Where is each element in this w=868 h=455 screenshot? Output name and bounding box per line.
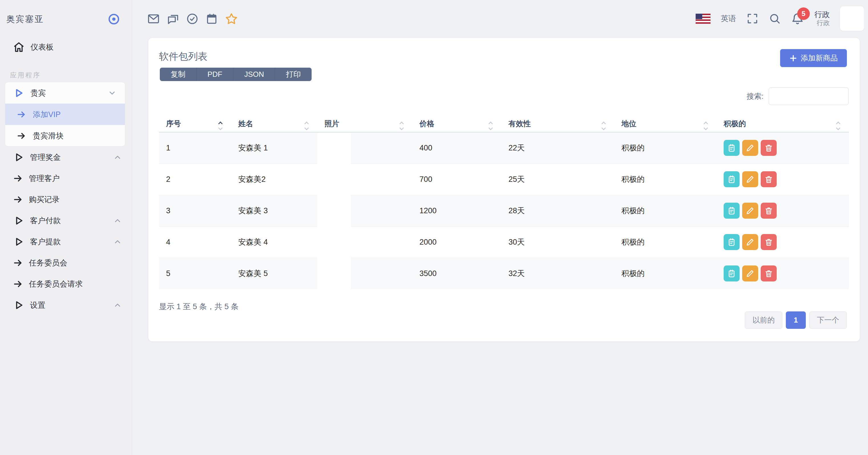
arrow-right-icon [13,258,23,268]
user-info[interactable]: 行政 行政 [814,10,830,27]
mail-icon[interactable] [147,12,160,25]
sidebar-item-label: 管理奖金 [30,152,61,162]
sidebar-menu: 管理奖金 管理客户 购买记录 客户付款 [0,147,132,316]
table-info-text: 显示 1 至 5 条，共 5 条 [159,301,239,312]
cell-name: 安森美 1 [231,132,317,163]
cell-status: 积极的 [614,163,716,195]
add-new-product-button[interactable]: 添加新商品 [780,49,847,67]
column-header-name[interactable]: 姓名 [231,115,317,132]
package-list-card: 软件包列表 复制 PDF JSON 打印 添加新商品 搜索: 序号 姓名 [148,38,860,341]
sidebar-item-label: 任务委员会 [29,258,67,268]
star-icon[interactable] [225,12,238,25]
cell-validity: 22天 [501,132,614,163]
delete-button[interactable] [761,203,777,219]
column-header-photo[interactable]: 照片 [317,115,412,132]
cell-status: 积极的 [614,195,716,226]
delete-button[interactable] [761,266,777,281]
sort-asc-icon [400,122,404,126]
sidebar-item-manage-customers[interactable]: 管理客户 [0,168,132,189]
sidebar-item-customer-payments[interactable]: 客户付款 [0,210,132,231]
arrow-right-icon [13,173,23,184]
sidebar-item-label: 管理客户 [29,173,60,184]
sidebar-item-label: 贵宾滑块 [33,131,64,141]
sidebar-item-manage-bonus[interactable]: 管理奖金 [0,147,132,168]
play-triangle-icon [13,87,24,99]
view-button[interactable] [724,203,740,219]
edit-button[interactable] [742,140,758,156]
chevron-up-icon [113,216,122,225]
edit-button[interactable] [742,171,758,187]
chevron-up-icon [113,301,122,309]
arrow-right-icon [13,279,23,289]
arrow-right-icon [17,110,26,119]
previous-page-button[interactable]: 以前的 [745,311,782,329]
sort-asc-icon [836,122,841,126]
cell-name: 安森美 3 [231,195,317,226]
add-button-label: 添加新商品 [801,53,838,63]
search-icon[interactable] [769,12,781,25]
view-button[interactable] [724,266,740,281]
table-row: 2 安森美2 700 25天 积极的 [159,163,849,195]
sort-asc-icon [704,122,708,126]
column-header-serial[interactable]: 序号 [159,115,231,132]
notifications-bell-icon[interactable]: 5 [791,12,804,25]
column-header-status[interactable]: 地位 [614,115,716,132]
cell-price: 700 [412,163,501,195]
view-button[interactable] [724,234,740,250]
sort-asc-icon [489,122,493,126]
print-button[interactable]: 打印 [275,68,312,81]
sidebar-item-settings[interactable]: 设置 [0,295,132,316]
delete-button[interactable] [761,234,777,250]
us-flag-icon[interactable] [696,14,711,24]
copy-button[interactable]: 复制 [160,68,196,81]
cell-price: 1200 [412,195,501,226]
sidebar-item-label: 仪表板 [31,42,54,52]
delete-button[interactable] [761,140,777,156]
sidebar-item-dashboard[interactable]: 仪表板 [0,36,132,58]
column-header-price[interactable]: 价格 [412,115,501,132]
current-page-button[interactable]: 1 [786,311,806,329]
cell-validity: 30天 [501,226,614,258]
check-circle-icon[interactable] [186,12,198,25]
sidebar-item-purchase-history[interactable]: 购买记录 [0,189,132,210]
sidebar-item-task-committee-requests[interactable]: 任务委员会请求 [0,273,132,295]
table-row: 5 安森美 5 3500 32天 积极的 [159,258,849,289]
column-header-active[interactable]: 积极的 [716,115,849,132]
sidebar-item-label: 任务委员会请求 [29,279,83,289]
chevron-up-icon [113,238,122,246]
pdf-button[interactable]: PDF [196,68,233,81]
vip-submenu-card: 贵宾 添加VIP 贵宾滑块 [5,82,125,146]
json-button[interactable]: JSON [233,68,275,81]
topbar-quick-icons [147,12,238,25]
delete-button[interactable] [761,171,777,187]
row-actions [724,203,849,219]
play-triangle-icon [13,152,24,163]
target-icon[interactable] [107,12,120,26]
edit-button[interactable] [742,234,758,250]
table-row: 1 安森美 1 400 22天 积极的 [159,132,849,163]
search-input[interactable] [769,87,848,105]
view-button[interactable] [724,171,740,187]
table-search: 搜索: [747,87,848,105]
fullscreen-icon[interactable] [746,12,758,25]
edit-button[interactable] [742,203,758,219]
sidebar-item-task-committee[interactable]: 任务委员会 [0,252,132,273]
page-title: 软件包列表 [159,50,208,63]
calendar-icon[interactable] [206,12,218,25]
chat-icon[interactable] [167,12,179,25]
view-button[interactable] [724,140,740,156]
avatar[interactable] [840,6,864,31]
sidebar-item-vip-slider[interactable]: 贵宾滑块 [5,125,125,146]
edit-button[interactable] [742,266,758,281]
cell-name: 安森美2 [231,163,317,195]
cell-status: 积极的 [614,132,716,163]
sidebar-item-customer-withdrawals[interactable]: 客户提款 [0,231,132,252]
topbar: 英语 5 行政 行政 [132,0,868,37]
sidebar-item-add-vip[interactable]: 添加VIP [5,103,125,125]
next-page-button[interactable]: 下一个 [809,311,847,329]
sidebar-item-vip[interactable]: 贵宾 [5,82,125,103]
sort-desc-icon [704,126,708,130]
language-switcher[interactable]: 英语 [721,13,736,24]
user-role: 行政 [814,19,830,27]
column-header-validity[interactable]: 有效性 [501,115,614,132]
